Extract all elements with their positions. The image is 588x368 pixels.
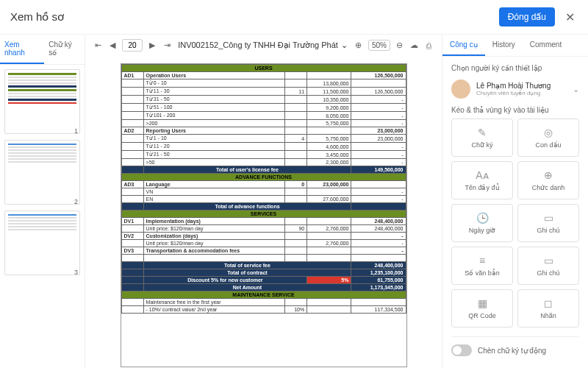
page-title: Xem hồ sơ — [10, 10, 64, 24]
last-page-icon[interactable]: ⇥ — [162, 40, 172, 51]
tile-label: Con dấu — [535, 141, 561, 149]
tile-label: Ngày giờ — [469, 227, 496, 234]
thumb-number: 1 — [74, 127, 78, 135]
zoom-level[interactable]: 50% — [368, 40, 390, 51]
tile-icon: 🕒 — [476, 212, 489, 224]
thumbnail[interactable]: 3 — [4, 210, 80, 275]
signature-tile-6[interactable]: ≡Số văn bản — [451, 247, 513, 285]
zoom-in-icon[interactable]: ⊕ — [354, 40, 364, 51]
thumbnail[interactable]: 2 — [4, 140, 80, 205]
tile-label: Số văn bản — [465, 269, 500, 277]
tile-icon: ◻ — [544, 297, 553, 309]
tile-icon: ▦ — [478, 297, 487, 309]
tab-history[interactable]: History — [485, 35, 523, 56]
print-icon[interactable]: ⎙ — [424, 40, 434, 51]
signer-role: Chuyên viên tuyển dụng — [476, 90, 567, 96]
select-signer-label: Chọn người ký cần thiết lập — [451, 64, 579, 72]
auto-sign-toggle[interactable] — [451, 344, 472, 356]
tile-label: Ghi chú — [537, 269, 559, 277]
tab-tools[interactable]: Công cụ — [442, 35, 485, 56]
tile-label: Nhãn — [540, 312, 556, 319]
thumb-number: 3 — [74, 269, 78, 276]
thumb-number: 2 — [74, 198, 78, 205]
tile-label: Tên đầy đủ — [465, 184, 499, 191]
tile-icon: ◎ — [544, 127, 553, 138]
auto-sign-label: Chèn chữ ký tự động — [478, 347, 546, 355]
tab-digital-sign[interactable]: Chữ ký số — [44, 35, 85, 64]
thumbnail-list: 1 2 3 — [0, 65, 85, 368]
signer-name: Lê Phạm Hoài Thương — [476, 82, 567, 90]
thumbnail[interactable]: 1 — [4, 69, 80, 134]
avatar — [451, 79, 470, 99]
tile-label: Chức danh — [532, 184, 565, 191]
drag-hint-label: Kéo & thả vùng ký vào tài liệu — [451, 106, 579, 114]
tile-icon: ▭ — [544, 212, 553, 224]
first-page-icon[interactable]: ⇤ — [93, 40, 103, 51]
document-page: USERS AD1Operation Users126,500,000 Từ 0… — [121, 63, 407, 367]
chevron-down-icon: ⌄ — [341, 40, 348, 50]
zoom-out-icon[interactable]: ⊖ — [395, 40, 405, 51]
signature-tile-4[interactable]: 🕒Ngày giờ — [451, 204, 513, 242]
signature-tile-5[interactable]: ▭Ghi chú — [517, 204, 579, 242]
signature-tile-3[interactable]: ⊕Chức danh — [517, 161, 579, 199]
tile-icon: ⊕ — [544, 169, 553, 181]
signature-tile-2[interactable]: AᴀTên đầy đủ — [451, 161, 513, 199]
tab-comment[interactable]: Comment — [523, 35, 569, 56]
document-title: INV002152_Công ty TNHH Đại Trường Phát — [178, 40, 338, 50]
close-icon[interactable]: ✕ — [562, 9, 578, 26]
tile-label: Ghi chú — [537, 227, 559, 234]
signature-tile-7[interactable]: ▭Ghi chú — [517, 247, 579, 285]
tile-label: Chữ ký — [471, 141, 492, 149]
signature-tile-8[interactable]: ▦QR Code — [451, 289, 513, 328]
document-title-dropdown[interactable]: INV002152_Công ty TNHH Đại Trường Phát ⌄ — [178, 40, 348, 50]
cloud-download-icon[interactable]: ☁ — [409, 40, 420, 51]
tile-icon: ✎ — [478, 127, 487, 138]
signature-tile-9[interactable]: ◻Nhãn — [517, 289, 579, 328]
tile-icon: ▭ — [544, 255, 553, 266]
prev-page-icon[interactable]: ◀ — [107, 40, 118, 51]
tile-icon: Aᴀ — [476, 169, 488, 181]
tile-label: QR Code — [468, 312, 496, 319]
chevron-down-icon: ⌄ — [573, 85, 579, 94]
signer-selector[interactable]: Lê Phạm Hoài Thương Chuyên viên tuyển dụ… — [451, 77, 579, 106]
tab-quickview[interactable]: Xem nhanh — [0, 35, 44, 64]
next-page-icon[interactable]: ▶ — [147, 40, 157, 51]
tile-icon: ≡ — [479, 255, 485, 266]
signature-tile-0[interactable]: ✎Chữ ký — [451, 118, 513, 157]
stamp-button[interactable]: Đóng dấu — [499, 7, 555, 26]
signature-tile-1[interactable]: ◎Con dấu — [517, 118, 579, 157]
page-input[interactable] — [122, 39, 143, 52]
